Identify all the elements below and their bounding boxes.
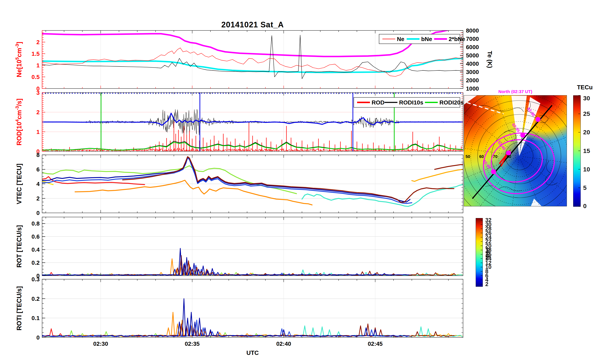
prn-colorbar-label: PRN (484, 248, 491, 260)
ytick-label: 0.1 (32, 315, 40, 321)
te-tick-label: 4000 (466, 61, 479, 67)
figure-root: 20141021 Sat_A 00.511.521000200030004000… (0, 0, 602, 364)
ytick-label: 0.2 (32, 296, 40, 302)
te-tick-label: 7000 (466, 36, 479, 42)
panel-rot-ylabel: ROT [TECU/s] (16, 225, 23, 268)
ytick-label: 0.2 (32, 259, 40, 266)
polar-tec-map (464, 95, 567, 206)
ytick-label: 4 (36, 181, 40, 187)
ytick-label: 2 (36, 109, 40, 116)
panel-rot: 00.20.40.60.8ROT [TECU/s] (16, 217, 463, 279)
xtick-label: 02:35 (185, 341, 200, 347)
ytick-label: 8 (36, 152, 40, 158)
ytick-label: 0.4 (32, 246, 40, 253)
legend-label: Ne (397, 36, 404, 42)
te-tick-label: 6000 (466, 44, 479, 50)
legend-label: 2*bNe (449, 36, 465, 42)
tecu-colorbar (573, 95, 581, 207)
ytick-label: 6 (36, 166, 40, 173)
tecu-colorbar-title: TECu (568, 84, 601, 91)
te-tick-label: 2000 (466, 77, 479, 84)
panel-vtec-ylabel: VTEC [TECU] (16, 163, 23, 204)
ytick-label: 0.6 (32, 233, 40, 240)
panel-ne_te-ylabel: Ne[105cm-3] (14, 42, 23, 77)
panel-ne_te: 00.511.521000200030004000500060007000800… (14, 27, 493, 92)
legend-label: bNe (421, 36, 432, 42)
xtick-label: 02:30 (93, 341, 108, 347)
right-axis-label: Te (K) (486, 51, 493, 68)
te-tick-label: 5000 (466, 52, 479, 59)
legend-label: RODI20s (440, 99, 464, 106)
panel-rod: 0123ROD[104cm-3/s]RODRODI10sRODI20s (14, 90, 464, 155)
panel-rod-ylabel: ROD[104cm-3/s] (14, 98, 23, 146)
panel-ne_te-legend: NebNe2*bNe (379, 34, 465, 44)
te-tick-label: 3000 (466, 69, 479, 75)
ytick-label: 3 (36, 90, 40, 96)
ytick-label: 1 (36, 62, 40, 69)
ytick-label: 0 (36, 210, 40, 216)
te-tick-label: 8000 (466, 27, 479, 34)
ytick-label: 1 (36, 129, 40, 135)
ytick-label: 0 (36, 334, 40, 341)
panel-roti-ylabel: ROTI [TECU/s] (16, 286, 23, 331)
prn-colorbar (476, 218, 483, 287)
panel-vtec: 02468VTEC [TECU] (16, 152, 463, 216)
xtick-label: 02:40 (276, 341, 291, 347)
map-title: North (02:37 UT) (464, 89, 567, 94)
xtick-label: 02:45 (368, 341, 383, 347)
ytick-label: 0.5 (32, 74, 40, 80)
ytick-label: 2 (36, 39, 40, 45)
panel-roti: 00.10.20.3ROTI [TECU/s] (16, 276, 463, 341)
panel-rod-legend: RODRODI10sRODI20s (354, 97, 464, 107)
ytick-label: 0.3 (32, 276, 40, 283)
ytick-label: 2 (36, 195, 40, 202)
legend-label: RODI10s (399, 99, 423, 106)
x-axis-label: UTC (246, 350, 259, 356)
ytick-label: 1.5 (32, 51, 40, 57)
legend-label: ROD (372, 99, 385, 106)
ytick-label: 0.8 (32, 220, 40, 227)
